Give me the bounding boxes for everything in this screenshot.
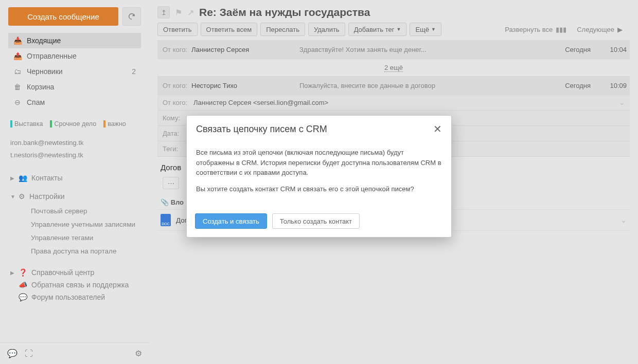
folder-drafts[interactable]: 🗂 Черновики 2 (8, 64, 141, 79)
tag-item[interactable]: Срочное дело (50, 120, 96, 128)
settings-item[interactable]: Управление учетными записями (31, 218, 141, 231)
sidebar-footer: 💬 ⛶ ⚙ (0, 342, 149, 364)
trash-icon: 🗑 (13, 83, 22, 91)
thread-subject: Re: Заём на нужды государства (199, 6, 370, 19)
tag-item[interactable]: важно (103, 120, 126, 128)
modal-body: Все письма из этой цепочки (включая посл… (187, 142, 451, 208)
reply-all-button[interactable]: Ответить всем (201, 23, 258, 36)
folder-trash[interactable]: 🗑 Корзина (8, 79, 141, 95)
close-icon[interactable]: ✕ (433, 123, 442, 135)
settings-item[interactable]: Почтовый сервер (31, 205, 141, 218)
draft-icon: 🗂 (13, 67, 22, 76)
folder-label: Входящие (27, 37, 61, 45)
collapsed-messages[interactable]: 2 ещё (157, 59, 630, 77)
message-row[interactable]: От кого: Ланнистер Серсея Здравствуйте! … (157, 41, 630, 59)
tag-swatch (10, 120, 12, 128)
sidebar: Создать сообщение 📥 Входящие 📤 Отправлен… (0, 0, 149, 364)
folder-label: Корзина (27, 83, 54, 91)
inbox-icon: 📥 (13, 37, 22, 45)
message-toolbar: Ответить Ответить всем Переслать Удалить… (157, 23, 630, 36)
caret-down-icon: ▼ (431, 27, 436, 32)
chat-icon: 💬 (19, 293, 27, 301)
chat-icon[interactable]: 💬 (7, 349, 17, 358)
contacts-section[interactable]: ▶ 👥 Контакты (8, 172, 141, 184)
spam-icon: ⊖ (13, 98, 22, 106)
compose-button[interactable]: Создать сообщение (8, 7, 118, 26)
caret-right-icon: ▶ (10, 175, 14, 181)
forward-button[interactable]: Переслать (260, 23, 305, 36)
next-link[interactable]: Следующее▶ (577, 26, 623, 33)
people-icon: 👥 (19, 174, 27, 182)
tag-list: Выставка Срочное дело важно (8, 117, 141, 134)
folder-label: Спам (27, 98, 45, 106)
add-tag-button[interactable]: Добавить тег▼ (348, 23, 407, 36)
folder-label: Черновики (27, 67, 63, 76)
folder-inbox[interactable]: 📥 Входящие (8, 33, 141, 48)
forum-link[interactable]: 💬 Форум пользователей (8, 291, 141, 303)
reply-button[interactable]: Ответить (157, 23, 198, 36)
crm-link-modal: Связать цепочку писем с CRM ✕ Все письма… (186, 115, 452, 238)
tag-swatch (50, 120, 52, 128)
bars-icon: ▮▮▮ (556, 26, 566, 33)
folder-sent[interactable]: 📤 Отправленные (8, 48, 141, 64)
expand-all-link[interactable]: Развернуть все▮▮▮ (505, 26, 566, 33)
expand-icon[interactable]: ⛶ (25, 349, 33, 358)
create-contact-only-button[interactable]: Только создать контакт (272, 213, 360, 229)
folder-list: 📥 Входящие 📤 Отправленные 🗂 Черновики 2 … (8, 33, 141, 110)
help-section[interactable]: ▶ ❓ Справочный центр (8, 266, 141, 279)
show-quoted-button[interactable]: ⋯ (163, 177, 179, 189)
delete-button[interactable]: Удалить (308, 23, 345, 36)
back-button[interactable]: ↥ (157, 6, 170, 19)
open-external-icon[interactable]: ↗ (187, 8, 194, 17)
caret-down-icon: ▼ (396, 27, 401, 32)
settings-item[interactable]: Управление тегами (31, 231, 141, 245)
chevron-right-icon: ▶ (617, 26, 623, 33)
feedback-link[interactable]: 📣 Обратная связь и поддержка (8, 279, 141, 291)
attachment-menu-icon[interactable]: ⌄ (621, 216, 627, 224)
account-list: iron.bank@newtesting.tk t.nestoris@newte… (8, 134, 141, 169)
settings-items: Почтовый сервер Управление учетными запи… (8, 203, 141, 260)
collapse-icon[interactable]: ⌄ (619, 99, 625, 106)
folder-spam[interactable]: ⊖ Спам (8, 95, 141, 110)
message-row[interactable]: От кого: Несторис Тихо Пожалуйста, внеси… (157, 77, 630, 95)
flag-icon[interactable]: ⚑ (175, 8, 182, 17)
folder-count: 2 (132, 67, 136, 76)
help-icon: ❓ (19, 268, 27, 277)
tag-item[interactable]: Выставка (10, 120, 43, 128)
folder-label: Отправленные (27, 52, 77, 60)
sent-icon: 📤 (13, 52, 22, 60)
more-button[interactable]: Ещё▼ (410, 23, 441, 36)
modal-title: Связать цепочку писем с CRM (196, 124, 327, 135)
settings-section[interactable]: ▼ ⚙ Настройки (8, 190, 141, 203)
create-and-link-button[interactable]: Создать и связать (195, 213, 267, 229)
megaphone-icon: 📣 (19, 281, 27, 289)
gear-icon: ⚙ (19, 192, 25, 201)
tag-swatch (103, 120, 105, 128)
settings-item[interactable]: Права доступа на портале (31, 245, 141, 258)
account-item[interactable]: t.nestoris@newtesting.tk (10, 149, 139, 161)
caret-right-icon: ▶ (10, 270, 14, 276)
caret-down-icon: ▼ (10, 194, 14, 199)
refresh-button[interactable] (122, 7, 141, 26)
gear-icon[interactable]: ⚙ (135, 349, 142, 358)
account-item[interactable]: iron.bank@newtesting.tk (10, 137, 139, 149)
doc-icon (161, 214, 171, 226)
